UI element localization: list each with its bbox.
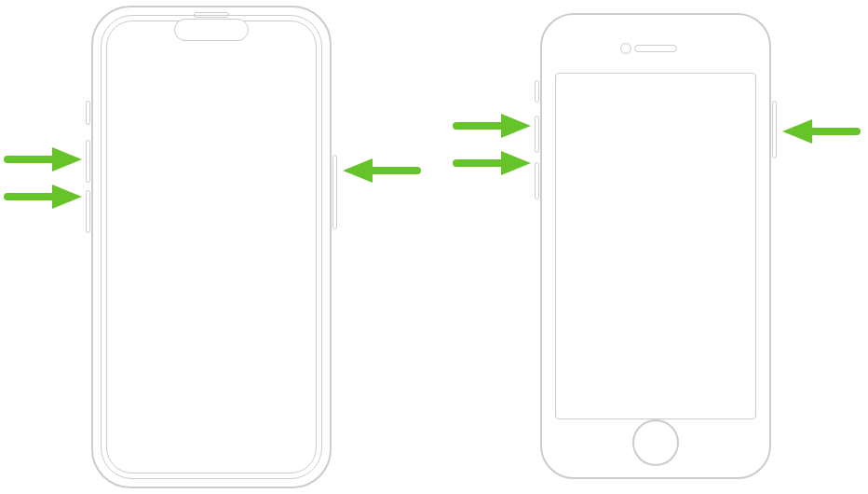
arrow-right-icon <box>4 147 82 172</box>
modern-side-button <box>332 155 337 229</box>
svg-rect-1 <box>4 193 58 200</box>
svg-rect-2 <box>367 167 421 174</box>
home-button <box>632 419 679 466</box>
classic-ringer-switch <box>535 80 539 103</box>
phone-classic-screen <box>555 73 756 419</box>
modern-volume-up-button <box>86 140 90 183</box>
phone-modern <box>91 6 332 488</box>
arrow-right-icon <box>453 114 531 138</box>
svg-rect-4 <box>453 159 507 167</box>
classic-side-button <box>772 101 777 158</box>
modern-ringer-switch <box>86 101 90 125</box>
svg-rect-5 <box>807 128 861 135</box>
arrow-left-icon <box>782 119 861 144</box>
classic-volume-down-button <box>535 162 539 199</box>
arrow-right-icon <box>453 151 531 175</box>
phone-classic <box>540 13 771 479</box>
dynamic-island <box>174 19 249 41</box>
svg-rect-3 <box>453 122 507 130</box>
arrow-left-icon <box>343 158 421 183</box>
phone-modern-screen <box>106 21 317 473</box>
front-camera <box>620 43 631 54</box>
modern-volume-down-button <box>86 190 90 233</box>
earpiece-speaker <box>634 45 677 52</box>
diagram-stage <box>0 0 868 494</box>
arrow-right-icon <box>4 185 82 209</box>
classic-volume-up-button <box>535 116 539 153</box>
svg-rect-0 <box>4 156 58 163</box>
